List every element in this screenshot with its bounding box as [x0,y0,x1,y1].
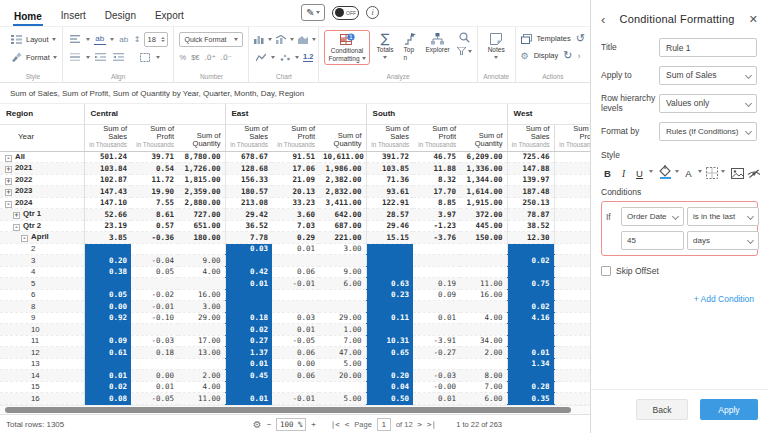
cell[interactable] [84,278,131,290]
cell[interactable]: 501.24 [84,151,131,163]
row-label[interactable]: +Qtr 1 [0,209,84,221]
column-group-header[interactable]: East [225,104,366,124]
top-n-button[interactable]: Top n [401,30,419,62]
row-label[interactable]: 8 [0,301,84,313]
cell[interactable]: 21.09 [272,174,319,186]
cell[interactable]: 1,614.00 [460,186,507,198]
cell[interactable]: 0.27 [225,335,272,347]
cell[interactable]: 0.18 [131,347,178,359]
cell[interactable] [460,358,507,370]
cell[interactable] [554,312,590,324]
row-label[interactable]: 10 [0,324,84,336]
cell[interactable] [507,289,554,301]
row-label[interactable]: 4 [0,266,84,278]
cell[interactable]: 7.78 [225,232,272,244]
zoom-out-button[interactable]: − [267,420,272,429]
cell[interactable] [554,151,590,163]
info-icon[interactable]: i [366,6,379,19]
fill-color-button[interactable] [659,164,672,179]
cell[interactable]: 3,411.00 [319,197,366,209]
undo-icon[interactable]: ↺ [576,33,585,44]
cell[interactable] [319,255,366,267]
cell[interactable]: -0.27 [413,347,460,359]
cell[interactable]: 1.34 [507,358,554,370]
cell[interactable] [178,243,225,255]
cell[interactable] [319,301,366,313]
expand-icon[interactable]: + [5,178,12,185]
cell[interactable]: -0.36 [131,232,178,244]
cell[interactable]: 0.01 [272,324,319,336]
cell[interactable]: 38.52 [507,220,554,232]
cell-borders-button[interactable] [705,164,718,179]
totals-button[interactable]: ∑ Totals [374,30,397,60]
cell[interactable]: 9.00 [178,255,225,267]
cell[interactable]: 6.00 [460,393,507,405]
cell[interactable]: 122.91 [366,197,413,209]
cell[interactable]: 0.38 [84,266,131,278]
cell[interactable]: 11.72 [131,174,178,186]
cell[interactable] [178,358,225,370]
cell[interactable]: 187.48 [507,186,554,198]
cell[interactable] [554,347,590,359]
cell[interactable]: 78.87 [507,209,554,221]
measure-header[interactable]: Sum of Quantity [178,124,225,151]
cell[interactable]: 0.01 [225,393,272,405]
cell[interactable] [319,289,366,301]
cell[interactable]: 651.00 [178,220,225,232]
cell[interactable]: 1,815.00 [178,174,225,186]
cell[interactable]: 0.01 [225,278,272,290]
cell[interactable]: 11.88 [413,163,460,175]
cell[interactable]: 3.00 [319,243,366,255]
cell[interactable]: 0.00 [272,358,319,370]
row-label[interactable]: 14 [0,370,84,382]
cell[interactable]: 3.00 [178,301,225,313]
expand-icon[interactable]: + [13,212,20,219]
cell[interactable]: 0.01 [272,243,319,255]
cell[interactable]: 0.01 [413,312,460,324]
cell[interactable]: 1,986.00 [319,163,366,175]
cell[interactable]: 9.00 [319,266,366,278]
row-label[interactable]: 15 [0,381,84,393]
cell[interactable]: 12.30 [507,232,554,244]
align-lines-icon[interactable] [68,33,82,46]
cell[interactable] [507,335,554,347]
redo-icon[interactable]: ↻ [563,50,572,61]
valign-icon[interactable] [68,51,82,64]
cell[interactable] [554,278,590,290]
cell[interactable]: 36.52 [225,220,272,232]
templates-button[interactable]: Templates [537,34,571,43]
cell[interactable] [554,243,590,255]
cell[interactable]: 6.00 [319,278,366,290]
cell[interactable]: 3.85 [84,232,131,244]
back-button[interactable]: Back [636,399,688,420]
measure-header[interactable]: Sum of Quantity [319,124,366,151]
cell[interactable]: 0.61 [84,347,131,359]
underline-button[interactable]: U [633,164,646,179]
cell[interactable]: 0.09 [84,335,131,347]
cell[interactable]: 29.46 [366,220,413,232]
cell[interactable]: 0.02 [84,381,131,393]
cell[interactable] [460,324,507,336]
cell[interactable]: 0.09 [413,289,460,301]
cell[interactable]: 0.06 [272,370,319,382]
cell[interactable] [554,220,590,232]
cell[interactable]: 0.01 [84,370,131,382]
cell[interactable]: 19.90 [131,186,178,198]
row-label[interactable]: -2024 [0,197,84,209]
measure-header[interactable]: Sum of Salesin Thousands [366,124,413,151]
cell[interactable]: 29.00 [319,312,366,324]
cell[interactable] [272,255,319,267]
underline-ab-icon[interactable]: ab [94,34,106,45]
cell[interactable]: -0.04 [131,255,178,267]
cell[interactable]: 8.61 [131,209,178,221]
cell[interactable] [554,301,590,313]
decrease-decimal-icon[interactable]: .0⁻ [221,53,232,62]
cell[interactable] [225,381,272,393]
cell[interactable]: 17.00 [178,335,225,347]
apply-to-select[interactable]: Sum of Sales [659,66,757,85]
line-chart-icon[interactable] [254,51,266,64]
cell[interactable] [178,278,225,290]
cell[interactable] [554,174,590,186]
cell[interactable] [272,301,319,313]
cell[interactable] [507,266,554,278]
